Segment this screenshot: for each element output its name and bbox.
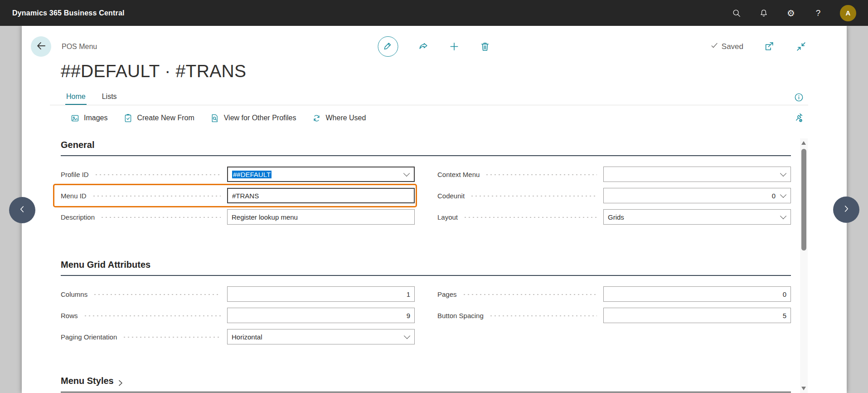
menu-id-label: Menu ID <box>61 192 87 200</box>
menu-id-control: #TRANS <box>227 188 415 203</box>
dotted-leader <box>92 195 221 197</box>
view-for-other-profiles-button[interactable]: View for Other Profiles <box>210 113 296 123</box>
pages-input[interactable]: 0 <box>603 286 791 302</box>
tab-home[interactable]: Home <box>65 93 87 105</box>
pos-menu-card: POS Menu Saved <box>22 26 847 393</box>
share-icon[interactable] <box>417 41 429 53</box>
chevron-down-icon[interactable] <box>780 170 786 176</box>
dotted-leader <box>462 294 597 295</box>
circular-arrows-icon <box>311 113 321 123</box>
pencil-icon <box>383 40 393 53</box>
notifications-bell-icon[interactable] <box>758 8 769 19</box>
create-new-from-label: Create New From <box>137 114 194 122</box>
dotted-leader <box>100 216 221 218</box>
section-general: General Profile ID ##DEFAULT <box>61 140 791 231</box>
general-left-column: Profile ID ##DEFAULT Menu ID <box>61 167 415 231</box>
scroll-down-arrow-icon[interactable] <box>801 387 806 390</box>
paging-orientation-combobox[interactable]: Horizontal <box>227 329 415 344</box>
menu-grid-attributes-heading[interactable]: Menu Grid Attributes <box>61 260 791 270</box>
menu-styles-rule <box>61 392 791 393</box>
dotted-leader <box>489 315 597 317</box>
grid-attributes-right-column: Pages 0 Button Spacing 5 <box>437 286 791 350</box>
images-label: Images <box>84 114 107 122</box>
rows-row: Rows 9 <box>61 308 415 323</box>
menu-grid-attributes-rule <box>61 275 791 276</box>
codeunit-combobox[interactable]: 0 <box>603 188 791 203</box>
tab-strip: Home Lists <box>65 88 805 105</box>
where-used-label: Where Used <box>325 114 366 122</box>
layout-row: Layout Grids <box>437 209 791 225</box>
chevron-down-icon[interactable] <box>780 212 786 219</box>
menu-grid-attributes-heading-label: Menu Grid Attributes <box>61 260 150 270</box>
profile-id-value: ##DEFAULT <box>232 171 272 178</box>
new-plus-icon[interactable] <box>448 41 460 53</box>
rows-input[interactable]: 9 <box>227 308 415 323</box>
delete-trash-icon[interactable] <box>479 41 491 53</box>
context-menu-control <box>603 167 791 182</box>
dotted-leader <box>485 174 597 176</box>
unpin-icon[interactable] <box>793 112 805 124</box>
topbar-actions: ⚙ ? A <box>731 5 856 21</box>
profile-id-combobox[interactable]: ##DEFAULT <box>227 167 415 182</box>
back-button[interactable] <box>31 36 51 57</box>
description-input[interactable]: Register lookup menu <box>227 209 415 225</box>
general-rule <box>61 155 791 156</box>
columns-label: Columns <box>61 290 87 298</box>
collapse-icon[interactable] <box>795 41 807 53</box>
header-status-area: Saved <box>710 41 807 53</box>
pages-value: 0 <box>608 290 786 298</box>
tab-lists[interactable]: Lists <box>101 93 118 105</box>
columns-input[interactable]: 1 <box>227 286 415 302</box>
page-header: POS Menu Saved <box>22 26 847 58</box>
vertical-scrollbar[interactable] <box>800 138 808 393</box>
where-used-button[interactable]: Where Used <box>311 113 366 123</box>
page-caption: POS Menu <box>62 43 97 51</box>
dotted-leader <box>122 336 221 338</box>
user-avatar[interactable]: A <box>840 5 856 21</box>
open-in-new-window-icon[interactable] <box>763 41 775 53</box>
chevron-down-icon[interactable] <box>403 170 410 176</box>
help-icon[interactable]: ? <box>813 8 824 19</box>
description-control: Register lookup menu <box>227 209 415 225</box>
chevron-right-icon <box>841 204 851 216</box>
menu-id-input[interactable]: #TRANS <box>227 188 415 203</box>
menu-styles-heading[interactable]: Menu Styles <box>61 376 791 386</box>
chevron-right-icon <box>117 378 124 384</box>
button-spacing-label: Button Spacing <box>437 312 484 319</box>
search-icon[interactable] <box>731 8 742 19</box>
pages-row: Pages 0 <box>437 286 791 302</box>
next-record-button[interactable] <box>833 196 859 223</box>
clipboard-check-icon <box>123 113 133 123</box>
chevron-down-icon[interactable] <box>404 332 410 339</box>
menu-styles-heading-label: Menu Styles <box>61 376 114 386</box>
info-icon[interactable] <box>794 92 805 103</box>
settings-gear-icon[interactable]: ⚙ <box>786 8 796 19</box>
images-button[interactable]: Images <box>70 113 107 123</box>
pages-control: 0 <box>603 286 791 302</box>
codeunit-control: 0 <box>603 188 791 203</box>
previous-record-button[interactable] <box>9 197 35 223</box>
document-search-icon <box>210 113 220 123</box>
action-toolbar: Images Create New From View for Other Pr… <box>22 105 847 131</box>
layout-combobox[interactable]: Grids <box>603 209 791 225</box>
create-new-from-button[interactable]: Create New From <box>123 113 194 123</box>
columns-row: Columns 1 <box>61 286 415 302</box>
general-right-column: Context Menu Codeunit 0 <box>437 167 791 231</box>
paging-orientation-label: Paging Orientation <box>61 333 117 341</box>
context-menu-combobox[interactable] <box>603 167 791 182</box>
check-icon <box>710 41 719 52</box>
button-spacing-row: Button Spacing 5 <box>437 308 791 323</box>
edit-button[interactable] <box>378 36 398 57</box>
app-title: Dynamics 365 Business Central <box>12 9 125 17</box>
chevron-down-icon[interactable] <box>780 191 786 197</box>
rows-label: Rows <box>61 312 78 319</box>
codeunit-row: Codeunit 0 <box>437 188 791 203</box>
scrollbar-thumb[interactable] <box>801 149 806 251</box>
back-arrow-icon <box>35 40 47 54</box>
context-menu-row: Context Menu <box>437 167 791 182</box>
scroll-up-arrow-icon[interactable] <box>801 141 806 145</box>
paging-orientation-row: Paging Orientation Horizontal <box>61 329 415 344</box>
dotted-leader <box>93 294 221 295</box>
general-heading[interactable]: General <box>61 140 791 150</box>
button-spacing-input[interactable]: 5 <box>603 308 791 323</box>
